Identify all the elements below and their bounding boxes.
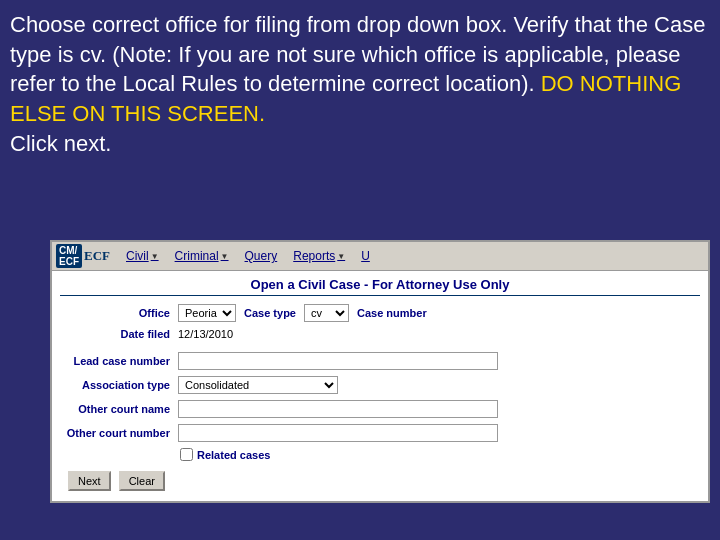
menu-bar: CM/ECF ECF Civil ▼ Criminal ▼ Query Repo… [52,242,708,271]
next-button[interactable]: Next [68,471,111,491]
menu-query[interactable]: Query [245,249,278,263]
office-select[interactable]: Peoria [178,304,236,322]
criminal-arrow-icon: ▼ [221,252,229,261]
menu-u[interactable]: U [361,249,370,263]
slide-background: Choose correct office for filing from dr… [0,0,720,540]
other-number-input[interactable] [178,424,498,442]
browser-window: CM/ECF ECF Civil ▼ Criminal ▼ Query Repo… [50,240,710,503]
related-cases-label: Related cases [197,449,270,461]
logo-text: ECF [84,248,110,264]
instruction-click-next: Click next. [10,131,111,156]
other-court-input[interactable] [178,400,498,418]
case-number-label: Case number [357,307,427,319]
logo-box: CM/ECF [56,244,82,268]
related-cases-checkbox[interactable] [180,448,193,461]
association-select[interactable]: Consolidated [178,376,338,394]
reports-arrow-icon: ▼ [337,252,345,261]
lead-case-row: Lead case number [60,352,700,370]
other-court-row: Other court name [60,400,700,418]
civil-arrow-icon: ▼ [151,252,159,261]
case-type-select[interactable]: cv [304,304,349,322]
form-content-area: Open a Civil Case - For Attorney Use Onl… [52,271,708,501]
menu-criminal[interactable]: Criminal ▼ [175,249,229,263]
menu-criminal-label: Criminal [175,249,219,263]
page-title: Open a Civil Case - For Attorney Use Onl… [60,277,700,296]
menu-reports[interactable]: Reports ▼ [293,249,345,263]
case-type-label: Case type [244,307,296,319]
association-row: Association type Consolidated [60,376,700,394]
instruction-block: Choose correct office for filing from dr… [10,10,710,158]
menu-u-label: U [361,249,370,263]
menu-reports-label: Reports [293,249,335,263]
lead-case-label: Lead case number [60,355,170,367]
lead-case-input[interactable] [178,352,498,370]
date-filed-value: 12/13/2010 [178,328,233,340]
related-cases-row: Related cases [60,448,700,461]
clear-button[interactable]: Clear [119,471,165,491]
association-label: Association type [60,379,170,391]
other-number-row: Other court number [60,424,700,442]
other-court-label: Other court name [60,403,170,415]
other-number-label: Other court number [60,427,170,439]
menu-civil[interactable]: Civil ▼ [126,249,159,263]
date-filed-label: Date filed [60,328,170,340]
date-filed-row: Date filed 12/13/2010 [60,328,700,340]
office-row: Office Peoria Case type cv Case number [60,304,700,322]
menu-query-label: Query [245,249,278,263]
office-label: Office [60,307,170,319]
button-row: Next Clear [60,467,700,495]
menu-civil-label: Civil [126,249,149,263]
ecf-logo: CM/ECF ECF [56,244,110,268]
